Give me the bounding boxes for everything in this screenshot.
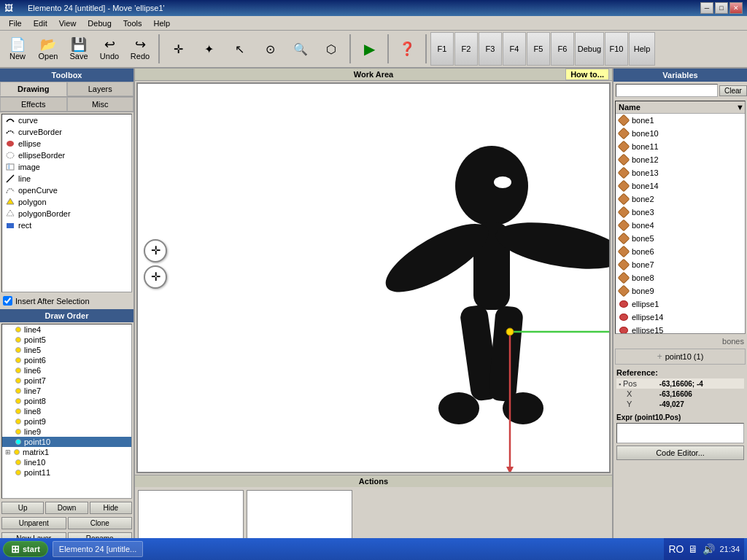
var-ellipse1[interactable]: ellipse1 bbox=[616, 298, 745, 311]
f4-button[interactable]: F4 bbox=[503, 32, 526, 66]
var-bone6[interactable]: bone6 bbox=[616, 245, 745, 258]
shape-ellipse[interactable]: ellipse bbox=[2, 138, 131, 149]
var-search-input[interactable] bbox=[616, 84, 718, 97]
maximize-button[interactable]: □ bbox=[715, 2, 728, 14]
unparent-button[interactable]: Unparent bbox=[1, 517, 66, 529]
help-btn[interactable]: ❓ bbox=[392, 32, 422, 66]
var-list[interactable]: Name ▼ bone1 bone10 bone11 bone12 bon bbox=[615, 101, 746, 334]
tool-btn-5[interactable]: 🔍 bbox=[286, 32, 315, 66]
var-bone14[interactable]: bone14 bbox=[616, 179, 745, 192]
debug-fn-button[interactable]: Debug bbox=[575, 32, 604, 66]
draw-item-point5[interactable]: point5 bbox=[2, 335, 131, 345]
canvas-area[interactable]: ✛ ✛ bbox=[136, 82, 611, 473]
clone-button[interactable]: Clone bbox=[68, 517, 133, 529]
tool-icon-4: ⊙ bbox=[266, 42, 275, 56]
tab-drawing[interactable]: Drawing bbox=[0, 82, 67, 96]
draw-item-line10[interactable]: line10 bbox=[2, 457, 131, 467]
code-editor-button[interactable]: Code Editor... bbox=[616, 446, 744, 460]
var-bone1[interactable]: bone1 bbox=[616, 114, 745, 127]
f1-button[interactable]: F1 bbox=[430, 32, 454, 66]
draw-item-line5[interactable]: line5 bbox=[2, 345, 131, 355]
draw-order-list[interactable]: line4 point5 line5 point6 line6 bbox=[1, 324, 132, 499]
draw-item-matrix1[interactable]: ⊞ matrix1 bbox=[2, 447, 131, 457]
f6-button[interactable]: F6 bbox=[551, 32, 574, 66]
shape-polygonborder[interactable]: polygonBorder bbox=[2, 208, 131, 219]
var-bone4[interactable]: bone4 bbox=[616, 219, 745, 232]
var-bone5[interactable]: bone5 bbox=[616, 232, 745, 245]
up-button[interactable]: Up bbox=[1, 502, 44, 514]
start-button[interactable]: ⊞ start bbox=[3, 541, 48, 557]
undo-button[interactable]: ↩ Undo bbox=[95, 32, 124, 66]
draw-item-point10[interactable]: point10 bbox=[2, 437, 131, 447]
redo-button[interactable]: ↪ Redo bbox=[125, 32, 155, 66]
tool-btn-3[interactable]: ↖ bbox=[225, 32, 254, 66]
var-bone8[interactable]: bone8 bbox=[616, 271, 745, 284]
shape-list[interactable]: curve curveBorder ellipse ellipseBorder … bbox=[1, 114, 132, 292]
expr-input[interactable] bbox=[616, 423, 744, 443]
f3-button[interactable]: F3 bbox=[479, 32, 502, 66]
hide-button[interactable]: Hide bbox=[90, 502, 132, 514]
var-bone10[interactable]: bone10 bbox=[616, 127, 745, 140]
draw-item-point11[interactable]: point11 bbox=[2, 467, 131, 478]
svg-point-0 bbox=[7, 141, 14, 147]
f2-button[interactable]: F2 bbox=[454, 32, 478, 66]
draw-item-point7[interactable]: point7 bbox=[2, 376, 131, 386]
tab-misc[interactable]: Misc bbox=[67, 97, 134, 112]
f10-button[interactable]: F10 bbox=[605, 32, 628, 66]
clear-button[interactable]: Clear bbox=[719, 85, 747, 96]
insert-after-checkbox[interactable] bbox=[3, 296, 12, 306]
shape-curveborder[interactable]: curveBorder bbox=[2, 126, 131, 138]
tool-btn-2[interactable]: ✦ bbox=[194, 32, 223, 66]
shape-ellipseborder[interactable]: ellipseBorder bbox=[2, 149, 131, 161]
play-button[interactable]: ▶ bbox=[355, 32, 384, 66]
f5-button[interactable]: F5 bbox=[527, 32, 550, 66]
down-button[interactable]: Down bbox=[45, 502, 88, 514]
reference-table: ▪ Pos -63,16606; -4 X -63,16606 Y -49,02… bbox=[616, 378, 744, 409]
var-bone2[interactable]: bone2 bbox=[616, 192, 745, 206]
var-bone7[interactable]: bone7 bbox=[616, 258, 745, 271]
var-bone11[interactable]: bone11 bbox=[616, 140, 745, 153]
tool-btn-6[interactable]: ⬡ bbox=[317, 32, 346, 66]
shape-rect[interactable]: rect bbox=[2, 219, 131, 231]
draw-item-point6[interactable]: point6 bbox=[2, 355, 131, 365]
save-button[interactable]: 💾 Save bbox=[64, 32, 93, 66]
var-bone12[interactable]: bone12 bbox=[616, 153, 745, 166]
draw-item-line6[interactable]: line6 bbox=[2, 365, 131, 376]
draw-item-line8[interactable]: line8 bbox=[2, 406, 131, 416]
menu-view[interactable]: View bbox=[53, 18, 82, 29]
dot-point7 bbox=[15, 378, 21, 384]
close-button[interactable]: ✕ bbox=[729, 2, 743, 14]
draw-item-point9[interactable]: point9 bbox=[2, 416, 131, 427]
var-bone9[interactable]: bone9 bbox=[616, 284, 745, 298]
shape-opencurve[interactable]: openCurve bbox=[2, 184, 131, 196]
var-ellipse15[interactable]: ellipse15 bbox=[616, 324, 745, 334]
tool-btn-1[interactable]: ✛ bbox=[163, 32, 193, 66]
tab-layers[interactable]: Layers bbox=[67, 82, 134, 96]
insert-after-row[interactable]: Insert After Selection bbox=[0, 294, 133, 308]
draw-item-line4[interactable]: line4 bbox=[2, 324, 131, 335]
shape-polygon[interactable]: polygon bbox=[2, 196, 131, 208]
expand-pos-icon[interactable]: ▪ bbox=[619, 381, 621, 388]
menu-file[interactable]: File bbox=[3, 18, 28, 29]
shape-line[interactable]: line bbox=[2, 173, 131, 184]
var-bone13[interactable]: bone13 bbox=[616, 166, 745, 179]
var-bone3[interactable]: bone3 bbox=[616, 206, 745, 219]
var-ellipse14[interactable]: ellipse14 bbox=[616, 311, 745, 324]
how-to-button[interactable]: How to... bbox=[565, 69, 609, 80]
shape-curve[interactable]: curve bbox=[2, 114, 131, 126]
help-fn-button[interactable]: Help bbox=[629, 32, 655, 66]
tool-btn-4[interactable]: ⊙ bbox=[255, 32, 285, 66]
minimize-button[interactable]: ─ bbox=[700, 2, 713, 14]
draw-item-line9[interactable]: line9 bbox=[2, 427, 131, 437]
tab-effects[interactable]: Effects bbox=[0, 97, 67, 112]
draw-item-line7[interactable]: line7 bbox=[2, 386, 131, 396]
menu-debug[interactable]: Debug bbox=[82, 18, 117, 29]
menu-tools[interactable]: Tools bbox=[117, 18, 148, 29]
open-button[interactable]: 📂 Open bbox=[34, 32, 63, 66]
shape-image[interactable]: i image bbox=[2, 161, 131, 173]
menu-help[interactable]: Help bbox=[147, 18, 176, 29]
draw-item-point8[interactable]: point8 bbox=[2, 396, 131, 406]
taskbar-app-item[interactable]: Elemento 24 [untitle... bbox=[53, 541, 143, 557]
menu-edit[interactable]: Edit bbox=[28, 18, 53, 29]
new-button[interactable]: 📄 New bbox=[3, 32, 32, 66]
